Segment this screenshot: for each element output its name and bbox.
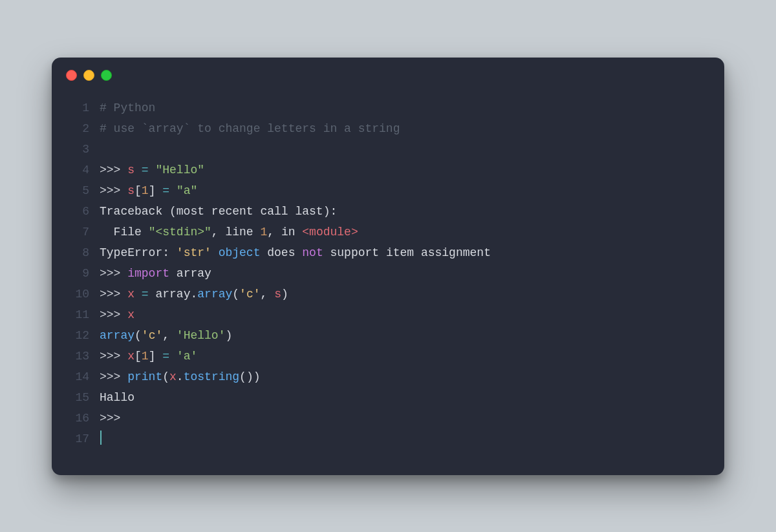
line-number: 15 <box>52 387 100 408</box>
code-line: 15Hallo <box>52 387 724 408</box>
line-content: >>> s[1] = "a" <box>100 180 197 201</box>
line-number: 1 <box>52 98 100 118</box>
token: TypeError: <box>100 246 177 259</box>
token: 'a' <box>177 350 197 363</box>
line-content: # use `array` to change letters in a str… <box>100 118 400 139</box>
token: print <box>127 370 162 383</box>
token: , <box>261 288 275 301</box>
cursor-icon <box>100 431 102 445</box>
token: tostring <box>184 370 239 383</box>
line-number: 5 <box>52 180 100 201</box>
code-line: 6Traceback (most recent call last): <box>52 201 724 222</box>
token <box>135 164 142 176</box>
token: s <box>274 288 281 301</box>
token: >>> <box>100 164 127 176</box>
token: . <box>177 370 184 383</box>
token: 1 <box>142 350 149 363</box>
code-line: 14>>> print(x.tostring()) <box>52 367 724 387</box>
token: s <box>127 164 135 176</box>
token: , <box>162 329 177 342</box>
token: [ <box>135 184 142 197</box>
line-number: 4 <box>52 160 100 180</box>
token: >>> <box>100 288 127 301</box>
token: array. <box>149 288 198 301</box>
line-content: >>> x = array.array('c', s) <box>100 284 288 304</box>
token: ] <box>149 184 156 197</box>
close-icon[interactable] <box>66 70 77 81</box>
token: >>> <box>100 350 127 363</box>
token: Hallo <box>100 391 135 404</box>
token: = <box>142 164 149 176</box>
line-number: 11 <box>52 304 100 325</box>
code-line: 1# Python <box>52 98 724 118</box>
token: = <box>162 350 169 363</box>
line-content: >>> import array <box>100 263 211 284</box>
code-line: 3 <box>52 139 724 160</box>
token <box>211 246 219 259</box>
minimize-icon[interactable] <box>83 70 94 81</box>
token: not <box>302 246 323 259</box>
token <box>169 350 177 363</box>
line-number: 13 <box>52 346 100 367</box>
code-line: 8TypeError: 'str' object does not suppor… <box>52 242 724 263</box>
code-line: 7 File "<stdin>", line 1, in <module> <box>52 222 724 242</box>
token <box>169 184 177 197</box>
line-number: 14 <box>52 367 100 387</box>
code-area[interactable]: 1# Python2# use `array` to change letter… <box>52 94 724 449</box>
token: # Python <box>100 101 155 114</box>
zoom-icon[interactable] <box>101 70 112 81</box>
line-content: >>> s = "Hello" <box>100 160 204 180</box>
token: support item assignment <box>323 246 491 259</box>
token: >>> <box>100 308 127 321</box>
line-content: >>> print(x.tostring()) <box>100 367 261 387</box>
token: ] <box>149 350 156 363</box>
line-content: >>> x <box>100 304 135 325</box>
token: array <box>197 288 232 301</box>
token: File <box>100 226 149 239</box>
token: s <box>127 184 135 197</box>
token <box>135 288 142 301</box>
token: Traceback (most recent call last): <box>100 205 337 218</box>
token: >>> <box>100 412 120 425</box>
code-line: 9>>> import array <box>52 263 724 284</box>
code-line: 5>>> s[1] = "a" <box>52 180 724 201</box>
token: 1 <box>260 226 267 239</box>
token: [ <box>135 350 142 363</box>
token: ) <box>281 288 288 301</box>
stage: 1# Python2# use `array` to change letter… <box>0 0 776 532</box>
token: 'c' <box>239 288 260 301</box>
token: >>> <box>100 267 127 280</box>
token: >>> <box>100 184 127 197</box>
code-line: 17 <box>52 429 724 449</box>
code-line: 12array('c', 'Hello') <box>52 325 724 346</box>
line-number: 8 <box>52 242 100 263</box>
token: "<stdin>" <box>149 226 211 239</box>
token: array <box>100 329 135 342</box>
line-content: >>> <box>100 408 120 429</box>
line-number: 9 <box>52 263 100 284</box>
line-content: Traceback (most recent call last): <box>100 201 337 222</box>
line-number: 6 <box>52 201 100 222</box>
token: # use `array` to change letters in a str… <box>100 122 400 135</box>
line-content: Hallo <box>100 387 135 408</box>
line-number: 7 <box>52 222 100 242</box>
token: x <box>169 370 177 383</box>
line-number: 17 <box>52 429 100 449</box>
token: , line <box>211 226 261 239</box>
token: ( <box>162 370 169 383</box>
token: >>> <box>100 370 127 383</box>
token: ()) <box>239 370 260 383</box>
token: ( <box>135 329 142 342</box>
line-number: 16 <box>52 408 100 429</box>
code-line: 13>>> x[1] = 'a' <box>52 346 724 367</box>
token: array <box>169 267 211 280</box>
line-content <box>100 429 102 449</box>
token: = <box>162 184 169 197</box>
token: "Hello" <box>155 164 204 176</box>
token: ( <box>232 288 239 301</box>
token: 'Hello' <box>177 329 226 342</box>
line-number: 10 <box>52 284 100 304</box>
token <box>155 184 162 197</box>
line-content: >>> x[1] = 'a' <box>100 346 197 367</box>
token: x <box>127 288 135 301</box>
